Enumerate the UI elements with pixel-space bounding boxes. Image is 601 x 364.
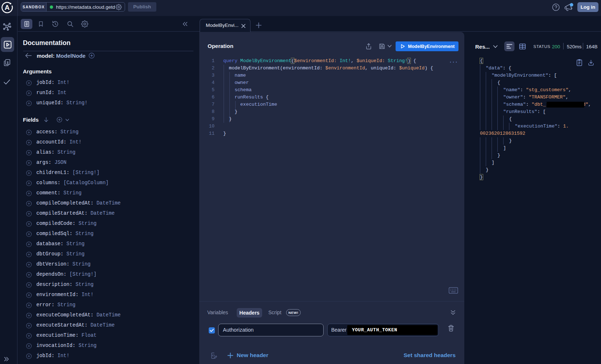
svg-text:A: A [5,4,10,11]
